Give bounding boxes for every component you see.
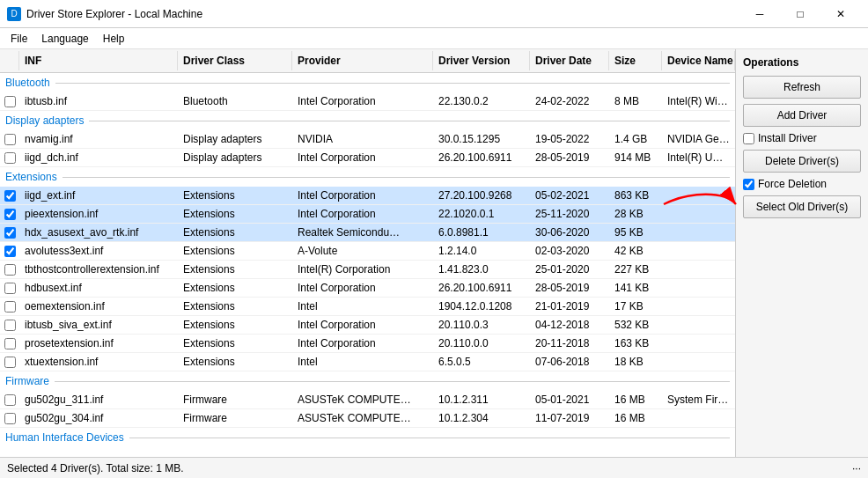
- row-checkbox-cell: [0, 92, 19, 110]
- delete-drivers-button[interactable]: Delete Driver(s): [743, 150, 861, 173]
- add-driver-button[interactable]: Add Driver: [743, 104, 861, 127]
- menu-language[interactable]: Language: [34, 31, 95, 47]
- row-checkbox-cell: [0, 149, 19, 166]
- table-cell: 1.41.823.0: [433, 261, 530, 278]
- table-cell: Intel Corporation: [292, 335, 433, 352]
- row-checkbox-cell: [0, 261, 19, 278]
- row-checkbox[interactable]: [4, 301, 16, 313]
- refresh-button[interactable]: Refresh: [743, 76, 861, 99]
- table-cell: 25-11-2020: [530, 205, 609, 223]
- table-cell: Extensions: [178, 224, 292, 241]
- table-cell: 07-06-2018: [530, 353, 609, 371]
- table-cell: nvamig.inf: [19, 130, 178, 148]
- table-row[interactable]: ibtusb.infBluetoothIntel Corporation22.1…: [0, 92, 735, 111]
- table-cell: 6.5.0.5: [433, 353, 530, 371]
- table-cell: Extensions: [178, 335, 292, 352]
- row-checkbox[interactable]: [4, 338, 16, 349]
- table-cell: 28-05-2019: [530, 279, 609, 297]
- row-checkbox[interactable]: [4, 209, 16, 220]
- table-row[interactable]: nvamig.infDisplay adaptersNVIDIA30.0.15.…: [0, 130, 735, 149]
- table-row[interactable]: hdbusext.infExtensionsIntel Corporation2…: [0, 279, 735, 298]
- title-bar-text: Driver Store Explorer - Local Machine: [26, 8, 739, 20]
- table-cell: [662, 242, 735, 260]
- table-cell: Extensions: [178, 242, 292, 260]
- table-row[interactable]: xtuextension.infExtensionsIntel6.5.0.507…: [0, 353, 735, 371]
- table-cell: [662, 353, 735, 371]
- table-cell: [662, 298, 735, 315]
- table-cell: 20-11-2018: [530, 335, 609, 352]
- row-checkbox-cell: [0, 391, 19, 408]
- row-checkbox[interactable]: [4, 227, 16, 239]
- title-bar: D Driver Store Explorer - Local Machine …: [0, 0, 868, 28]
- install-driver-checkbox[interactable]: [743, 133, 754, 144]
- menu-file[interactable]: File: [4, 31, 34, 47]
- row-checkbox[interactable]: [4, 96, 16, 107]
- table-cell: oemextension.inf: [19, 298, 178, 315]
- row-checkbox[interactable]: [4, 357, 16, 368]
- table-cell: Display adapters: [178, 130, 292, 148]
- minimize-button[interactable]: ─: [739, 0, 780, 28]
- table-cell: Intel Corporation: [292, 205, 433, 223]
- table-cell: 532 KB: [609, 316, 662, 334]
- table-cell: Intel(R) Corporation: [292, 261, 433, 278]
- table-cell: Firmware: [178, 409, 292, 427]
- table-cell: 20.110.0.3: [433, 316, 530, 334]
- row-checkbox[interactable]: [4, 152, 16, 164]
- row-checkbox[interactable]: [4, 413, 16, 424]
- table-cell: Extensions: [178, 316, 292, 334]
- row-checkbox[interactable]: [4, 246, 16, 257]
- table-cell: 24-02-2022: [530, 92, 609, 110]
- row-checkbox[interactable]: [4, 264, 16, 276]
- row-checkbox-cell: [0, 242, 19, 260]
- table-cell: ASUSTeK COMPUTE…: [292, 409, 433, 427]
- window-controls: ─ □ ✕: [739, 0, 861, 28]
- table-cell: Intel(R) UHD Graphics 630: [662, 149, 735, 166]
- table-cell: Extensions: [178, 353, 292, 371]
- table-cell: [662, 409, 735, 427]
- row-checkbox-cell: [0, 187, 19, 204]
- table-row[interactable]: tbthostcontrollerextension.infExtensions…: [0, 261, 735, 279]
- force-deletion-checkbox[interactable]: [743, 179, 754, 190]
- table-body[interactable]: Bluetoothibtusb.infBluetoothIntel Corpor…: [0, 73, 735, 457]
- arrow-wrapper: Select Old Driver(s): [743, 195, 861, 218]
- menu-help[interactable]: Help: [96, 31, 132, 47]
- table-cell: [662, 316, 735, 334]
- table-row[interactable]: iigd_dch.infDisplay adaptersIntel Corpor…: [0, 149, 735, 167]
- group-header: Human Interface Devices: [0, 428, 735, 447]
- row-checkbox-cell: [0, 335, 19, 352]
- table-row[interactable]: gu502gu_311.infFirmwareASUSTeK COMPUTE…1…: [0, 391, 735, 409]
- table-row[interactable]: avolutess3ext.infExtensionsA-Volute1.2.1…: [0, 242, 735, 261]
- row-checkbox-cell: [0, 130, 19, 148]
- select-old-drivers-button[interactable]: Select Old Driver(s): [743, 195, 861, 218]
- table-cell: Intel: [292, 298, 433, 315]
- table-row[interactable]: hdx_asusext_avo_rtk.infExtensionsRealtek…: [0, 224, 735, 242]
- table-cell: 11-07-2019: [530, 409, 609, 427]
- table-row[interactable]: pieextension.infExtensionsIntel Corporat…: [0, 205, 735, 224]
- table-cell: 28-05-2019: [530, 149, 609, 166]
- row-checkbox[interactable]: [4, 320, 16, 331]
- row-checkbox[interactable]: [4, 283, 16, 294]
- table-row[interactable]: ibtusb_siva_ext.infExtensionsIntel Corpo…: [0, 316, 735, 335]
- table-cell: Firmware: [178, 391, 292, 408]
- row-checkbox[interactable]: [4, 190, 16, 202]
- table-row[interactable]: gu502gu_304.infFirmwareASUSTeK COMPUTE…1…: [0, 409, 735, 428]
- table-cell: Intel Corporation: [292, 316, 433, 334]
- close-button[interactable]: ✕: [820, 0, 861, 28]
- table-row[interactable]: iigd_ext.infExtensionsIntel Corporation2…: [0, 187, 735, 205]
- table-cell: [662, 205, 735, 223]
- maximize-button[interactable]: □: [780, 0, 820, 28]
- operations-panel: Operations Refresh Add Driver Install Dr…: [736, 49, 868, 457]
- group-header: Extensions: [0, 167, 735, 187]
- row-checkbox[interactable]: [4, 134, 16, 145]
- status-text: Selected 4 Driver(s). Total size: 1 MB.: [7, 462, 184, 474]
- table-cell: Bluetooth: [178, 92, 292, 110]
- row-checkbox[interactable]: [4, 394, 16, 406]
- row-checkbox-cell: [0, 316, 19, 334]
- force-deletion-label: Force Deletion: [758, 178, 827, 190]
- table-cell: 914 MB: [609, 149, 662, 166]
- table-row[interactable]: oemextension.infExtensionsIntel1904.12.0…: [0, 298, 735, 316]
- table-row[interactable]: prosetextension.infExtensionsIntel Corpo…: [0, 335, 735, 353]
- table-cell: NVIDIA: [292, 130, 433, 148]
- table-cell: Intel Corporation: [292, 149, 433, 166]
- table-cell: 22.1020.0.1: [433, 205, 530, 223]
